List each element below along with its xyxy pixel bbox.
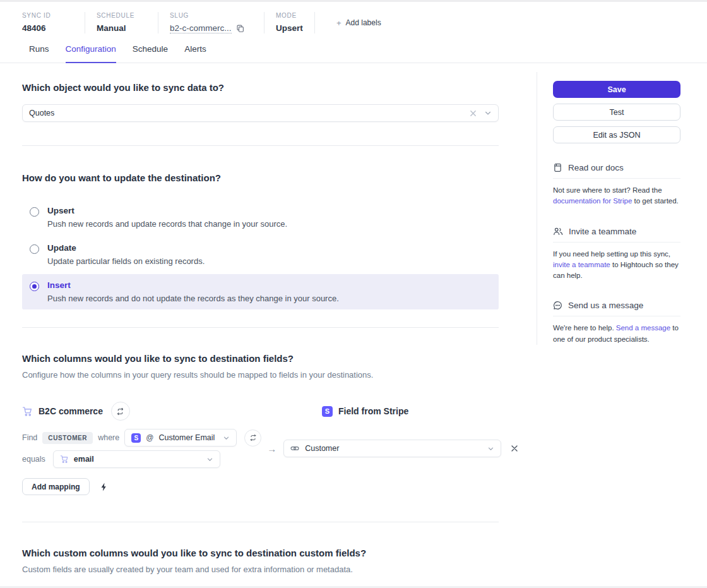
mode-question: How do you want to update the destinatio…: [22, 172, 499, 183]
mode-option-upsert[interactable]: Upsert Push new records and update recor…: [22, 200, 499, 235]
message-section: Send us a message We're here to help. Se…: [553, 301, 680, 345]
mode-options: Upsert Push new records and update recor…: [22, 200, 499, 309]
docs-title: Read our docs: [568, 163, 624, 172]
docs-section: Read our docs Not sure where to start? R…: [553, 163, 680, 207]
meta-label: SLUG: [170, 12, 252, 19]
swap-lookup-button[interactable]: [244, 429, 261, 447]
chevron-down-icon: [206, 456, 213, 463]
add-mapping-button[interactable]: Add mapping: [22, 478, 90, 495]
test-button[interactable]: Test: [553, 104, 680, 121]
link-icon: [290, 444, 299, 453]
people-icon: [553, 227, 563, 236]
tab-bar: Runs Configuration Schedule Alerts: [0, 44, 707, 63]
sync-meta-bar: SYNC ID 48406 SCHEDULE Manual SLUG b2-c-…: [0, 2, 707, 33]
meta-label: MODE: [276, 12, 303, 19]
mapping-header-row: B2C commerce S Field from Stripe: [22, 401, 499, 421]
meta-label: SYNC ID: [22, 12, 73, 19]
chevron-down-icon: [223, 435, 230, 441]
object-select[interactable]: Quotes: [22, 104, 499, 122]
mapping-row: Find CUSTOMER where S @ Customer Email: [22, 429, 499, 468]
lookup-field-value: Customer Email: [158, 433, 223, 442]
message-link[interactable]: Send a message: [616, 324, 670, 332]
section-divider: [22, 145, 499, 146]
equals-label: equals: [22, 455, 45, 464]
docs-text-before: Not sure where to start? Read the: [553, 186, 662, 194]
docs-link[interactable]: documentation for Stripe: [553, 197, 632, 205]
book-icon: [553, 163, 562, 172]
invite-text-before: If you need help setting up this sync,: [553, 250, 670, 258]
tab-schedule[interactable]: Schedule: [133, 44, 168, 63]
chevron-down-icon[interactable]: [484, 109, 492, 117]
lightning-icon[interactable]: [100, 483, 107, 491]
swap-source-button[interactable]: [111, 402, 130, 421]
edit-as-json-button[interactable]: Edit as JSON: [553, 126, 680, 143]
option-description: Update particular fields on existing rec…: [47, 256, 205, 266]
add-labels-button[interactable]: + Add labels: [336, 18, 381, 28]
radio-selected-icon[interactable]: [30, 282, 39, 291]
object-select-value: Quotes: [29, 109, 470, 117]
object-question: Which object would you like to sync data…: [22, 82, 499, 93]
configuration-content: Which object would you like to sync data…: [0, 63, 499, 588]
option-label: Insert: [47, 280, 339, 290]
source-column-value: email: [74, 455, 206, 464]
destination-field-select[interactable]: Customer: [283, 440, 501, 457]
custom-subtext: Custom fields are usually created by you…: [22, 565, 499, 574]
invite-link[interactable]: invite a teammate: [553, 261, 610, 268]
plus-icon: +: [336, 18, 342, 28]
tab-runs[interactable]: Runs: [29, 44, 49, 63]
lookup-field-select[interactable]: S @ Customer Email: [124, 429, 237, 447]
cart-icon: [22, 406, 33, 417]
mode-option-update[interactable]: Update Update particular fields on exist…: [22, 237, 499, 272]
meta-value: 48406: [22, 23, 73, 33]
invite-text: If you need help setting up this sync, i…: [553, 249, 680, 282]
clear-icon[interactable]: [470, 110, 477, 117]
save-button[interactable]: Save: [553, 81, 680, 98]
source-column-select[interactable]: email: [53, 450, 220, 468]
invite-title: Invite a teammate: [569, 227, 636, 236]
meta-label: SCHEDULE: [97, 12, 146, 19]
message-text-before: We're here to help.: [553, 324, 614, 332]
mode-option-insert[interactable]: Insert Push new records and do not updat…: [22, 274, 499, 309]
custom-question: Which custom columns would you like to s…: [22, 548, 499, 558]
destination-field-label: Field from Stripe: [338, 406, 408, 416]
meta-slug: SLUG b2-c-commerc...: [170, 12, 264, 33]
find-label: Find: [22, 433, 37, 442]
docs-text-after: to get started.: [634, 197, 679, 205]
tab-alerts[interactable]: Alerts: [184, 44, 206, 63]
chat-icon: [553, 301, 562, 310]
action-sidebar: Save Test Edit as JSON Read our docs Not…: [537, 63, 680, 345]
cart-icon: [60, 455, 69, 464]
radio-unselected-icon[interactable]: [30, 244, 39, 254]
email-type-icon: @: [146, 433, 153, 442]
invite-section: Invite a teammate If you need help setti…: [553, 227, 680, 282]
meta-mode: MODE Upsert: [276, 12, 315, 33]
option-description: Push new records and update records that…: [47, 219, 287, 229]
chevron-down-icon: [487, 445, 494, 452]
option-description: Push new records and do not update the r…: [47, 294, 339, 303]
stripe-icon: S: [131, 433, 141, 443]
docs-text: Not sure where to start? Read the docume…: [553, 185, 680, 207]
meta-value: Upsert: [276, 23, 303, 33]
where-label: where: [98, 433, 119, 442]
meta-schedule: SCHEDULE Manual: [97, 12, 158, 33]
stripe-icon: S: [322, 406, 333, 417]
arrow-right-icon: →: [267, 443, 276, 454]
mappings-subtext: Configure how the columns in your query …: [22, 370, 499, 380]
section-divider: [22, 522, 499, 522]
option-label: Update: [47, 243, 205, 253]
tab-configuration[interactable]: Configuration: [66, 44, 116, 63]
radio-unselected-icon[interactable]: [30, 207, 39, 217]
destination-field-value: Customer: [305, 444, 487, 453]
meta-value: Manual: [97, 23, 146, 33]
message-title: Send us a message: [568, 301, 643, 310]
slug-value[interactable]: b2-c-commerc...: [170, 23, 232, 33]
option-label: Upsert: [47, 206, 287, 215]
message-text: We're here to help. Send a message to on…: [553, 323, 680, 345]
copy-icon[interactable]: [236, 24, 244, 33]
mappings-question: Which columns would you like to sync to …: [22, 353, 499, 364]
remove-mapping-icon[interactable]: [511, 445, 518, 452]
add-labels-label: Add labels: [346, 18, 381, 27]
section-divider: [22, 327, 499, 328]
entity-badge: CUSTOMER: [42, 432, 93, 444]
source-model-label: B2C commerce: [39, 406, 103, 416]
